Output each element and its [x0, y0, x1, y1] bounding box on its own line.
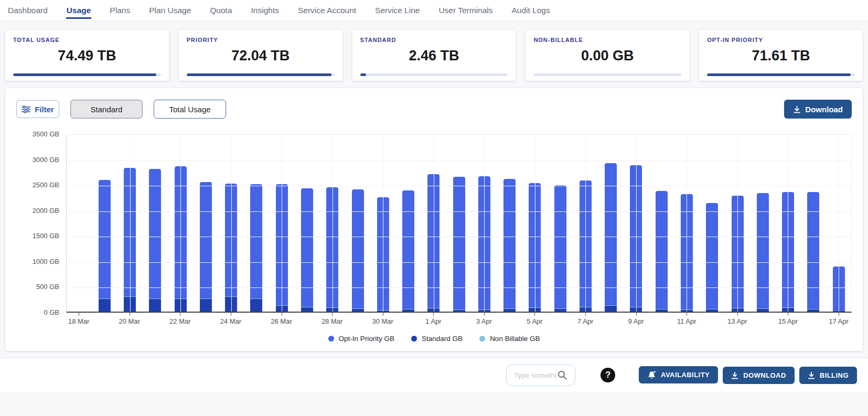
stat-card-progress-fill — [360, 73, 366, 76]
bar-23-mar[interactable] — [200, 182, 212, 312]
v-gridline — [839, 135, 839, 312]
bar-slot — [649, 135, 674, 312]
availability-label: AVAILABILITY — [661, 371, 710, 379]
v-gridline — [535, 135, 535, 312]
nav-item-usage[interactable]: Usage — [66, 2, 92, 19]
bar-10-apr[interactable] — [656, 191, 668, 312]
billing-button[interactable]: BILLING — [799, 367, 857, 384]
h-gridline — [67, 211, 851, 212]
download-button[interactable]: DOWNLOAD — [723, 367, 795, 384]
search-icon[interactable] — [557, 370, 567, 380]
bar-12-apr[interactable] — [706, 203, 718, 312]
bar-slot — [801, 135, 826, 312]
nav-item-quota[interactable]: Quota — [209, 2, 232, 19]
v-gridline — [737, 135, 738, 312]
bar-slot — [598, 135, 624, 312]
search-input[interactable] — [514, 371, 557, 379]
x-axis-slot — [345, 313, 370, 326]
stat-card-value: 72.04 TB — [187, 48, 335, 64]
x-axis-slot — [294, 313, 319, 326]
v-gridline — [687, 135, 687, 312]
x-axis-tick — [788, 313, 788, 316]
stat-card-value: 74.49 TB — [13, 48, 161, 64]
x-axis-label: 24 Mar — [220, 317, 241, 325]
bell-plus-icon — [647, 371, 656, 379]
v-gridline — [383, 135, 383, 312]
v-gridline — [130, 135, 131, 312]
stat-card-progress-track — [13, 73, 161, 76]
nav-item-plans[interactable]: Plans — [109, 2, 131, 19]
standard-view-button[interactable]: Standard — [70, 100, 143, 119]
nav-item-dashboard[interactable]: Dashboard — [7, 2, 48, 19]
bar-21-mar[interactable] — [149, 169, 161, 312]
bar-slot — [244, 135, 269, 312]
v-gridline — [231, 135, 232, 312]
stat-card-non-billable: NON-BILLABLE0.00 GB — [526, 30, 689, 81]
legend-item-non-billable-gb: Non Billable GB — [479, 335, 540, 343]
y-axis-label: 0 GB — [16, 308, 59, 316]
nav-item-service-account[interactable]: Service Account — [297, 2, 357, 19]
bar-4-apr[interactable] — [503, 179, 516, 312]
nav-item-plan-usage[interactable]: Plan Usage — [148, 2, 191, 19]
y-axis-label: 1000 GB — [16, 258, 59, 265]
x-axis-slot — [142, 313, 167, 326]
x-axis-label: 20 Mar — [119, 317, 140, 325]
x-axis-label: 15 Apr — [778, 317, 798, 325]
x-axis-slot — [649, 313, 674, 326]
bar-slot — [700, 135, 725, 312]
stat-card-value: 2.46 TB — [360, 48, 508, 64]
bar-6-apr[interactable] — [554, 185, 566, 312]
chart-plot-area — [66, 134, 852, 313]
bar-16-apr[interactable] — [807, 192, 819, 312]
bar-segment-standard — [706, 310, 718, 312]
bar-segment-standard — [301, 307, 313, 312]
bar-2-apr[interactable] — [453, 177, 465, 312]
availability-button[interactable]: AVAILABILITY — [639, 366, 718, 383]
x-axis-label: 1 Apr — [425, 317, 441, 325]
stat-cards-row: TOTAL USAGE74.49 TBPRIORITY72.04 TBSTAND… — [5, 30, 863, 81]
nav-item-audit-logs[interactable]: Audit Logs — [511, 2, 550, 19]
nav-item-insights[interactable]: Insights — [251, 2, 280, 19]
nav-item-service-line[interactable]: Service Line — [374, 2, 420, 19]
bar-29-mar[interactable] — [352, 189, 364, 312]
bar-31-mar[interactable] — [402, 190, 414, 312]
legend-dot-icon — [479, 336, 485, 342]
x-axis-tick — [585, 313, 586, 316]
filter-label: Filter — [35, 105, 54, 114]
v-gridline — [484, 135, 485, 312]
x-axis-label: 17 Apr — [829, 317, 849, 325]
bar-27-mar[interactable] — [301, 188, 313, 312]
y-axis-label: 3500 GB — [16, 130, 59, 138]
x-axis-tick — [839, 313, 839, 316]
total-usage-view-label: Total Usage — [169, 105, 210, 114]
bar-segment-opt-in-priority — [149, 169, 161, 298]
bar-segment-opt-in-priority — [99, 180, 111, 298]
bar-segment-opt-in-priority — [301, 188, 313, 307]
stat-card-progress-fill — [707, 73, 850, 76]
bar-25-mar[interactable] — [250, 184, 262, 312]
filter-button[interactable]: Filter — [16, 100, 59, 118]
legend-item-standard-gb: Standard GB — [411, 335, 463, 343]
v-gridline — [788, 135, 788, 312]
legend-dot-icon — [411, 336, 417, 342]
stat-card-label: OPT-IN PRIORITY — [707, 37, 855, 43]
download-icon — [731, 371, 738, 379]
bar-segment-opt-in-priority — [503, 179, 516, 308]
nav-item-user-terminals[interactable]: User Terminals — [438, 2, 493, 19]
legend-label: Non Billable GB — [490, 335, 540, 343]
total-usage-view-button[interactable]: Total Usage — [154, 100, 226, 119]
download-button[interactable]: Download — [784, 100, 852, 119]
bar-19-mar[interactable] — [99, 180, 111, 312]
y-axis-label: 1500 GB — [16, 232, 59, 240]
y-axis-label: 2500 GB — [16, 181, 59, 189]
bar-segment-standard — [757, 309, 769, 312]
stat-card-progress-track — [707, 73, 855, 76]
help-icon[interactable]: ? — [601, 368, 615, 382]
legend-dot-icon — [328, 336, 334, 342]
download-icon — [808, 371, 815, 379]
x-axis-slot: 13 Apr — [725, 313, 750, 326]
v-gridline — [636, 135, 637, 312]
usage-chart-card: Filter Standard Total Usage Download 350… — [5, 88, 863, 351]
x-axis-label: 13 Apr — [727, 317, 747, 325]
stat-card-label: PRIORITY — [187, 37, 335, 43]
